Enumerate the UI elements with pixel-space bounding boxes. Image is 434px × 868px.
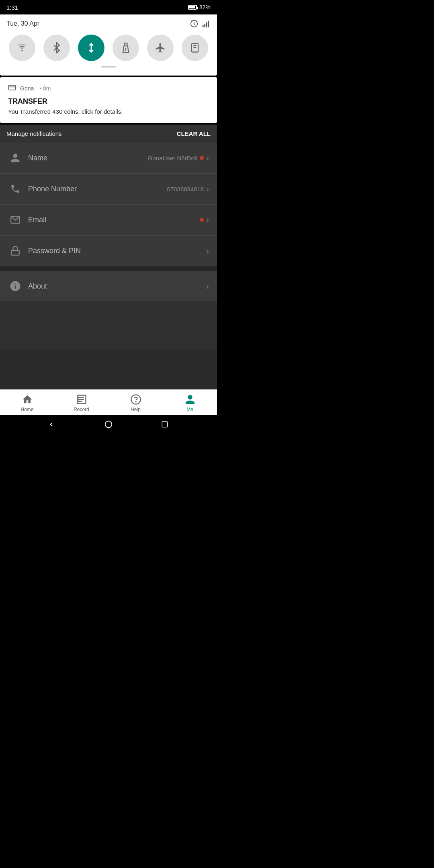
settings-item-password[interactable]: Password & PIN › [0,235,217,266]
name-label: Name [28,154,148,162]
wifi-icon [16,42,28,53]
bottom-nav: Home Record Help [0,389,217,415]
notif-header: Gona • 8m [8,84,209,93]
svg-rect-6 [208,21,209,27]
status-bar: 1:31 82% [0,0,217,14]
qs-date: Tue, 30 Apr [6,20,39,27]
about-label: About [28,282,206,291]
screen-icon [189,42,201,53]
notif-app-name: Gona [20,85,34,92]
nav-label-home: Home [20,407,33,412]
nav-item-me[interactable]: Me [163,394,217,412]
info-icon [8,279,23,293]
name-value: GonaUser N8rDc9 [148,155,204,162]
qs-status-icons [190,19,211,28]
about-section: About › [0,271,217,301]
password-chevron: › [206,246,209,256]
nav-label-help: Help [131,407,141,412]
name-red-dot [200,156,204,160]
qs-date-row: Tue, 30 Apr [6,19,211,28]
qs-tile-data[interactable] [78,35,104,61]
email-icon [8,213,23,227]
back-button[interactable] [47,420,57,429]
content-spacer [0,301,217,350]
email-red-dot [200,218,204,222]
nav-item-help[interactable]: Help [108,394,163,412]
phone-value: 07038684818 [167,186,204,192]
airplane-icon [155,42,166,53]
nav-label-record: Record [74,407,89,412]
manage-notifications-bar: Manage notifications CLEAR ALL [0,125,217,143]
data-transfer-icon [86,42,97,53]
help-nav-icon [130,394,141,405]
quick-settings-panel: Tue, 30 Apr [0,14,217,76]
qs-tile-airplane[interactable] [147,35,174,61]
email-chevron: › [206,215,209,225]
lock-icon [8,244,23,258]
password-label: Password & PIN [28,247,204,255]
me-nav-icon [184,394,196,405]
svg-rect-14 [9,85,16,90]
svg-rect-4 [204,24,205,27]
svg-rect-5 [206,22,207,27]
settings-item-name[interactable]: Name GonaUser N8rDc9 › [0,143,217,174]
qs-tile-wifi[interactable] [9,35,35,61]
email-value [200,218,204,222]
user-icon [8,151,23,165]
alarm-icon [190,19,199,28]
svg-point-7 [21,50,23,51]
name-chevron: › [206,154,209,163]
phone-icon [8,182,23,196]
notif-title: TRANSFER [8,97,209,106]
notif-time: • 8m [39,85,51,92]
svg-rect-17 [11,250,19,255]
bluetooth-icon [51,42,62,53]
section-gap [0,266,217,271]
svg-point-24 [78,401,79,402]
nav-item-record[interactable]: Record [54,394,108,412]
svg-rect-3 [203,25,204,27]
record-nav-icon [76,394,87,405]
qs-tile-screen[interactable] [182,35,208,61]
status-time: 1:31 [6,4,18,11]
qs-tile-bluetooth[interactable] [43,35,70,61]
notif-body: You Transferred 430 coins, click for det… [8,108,209,115]
nav-label-me: Me [186,407,193,412]
svg-rect-29 [162,422,168,427]
app-background: Name GonaUser N8rDc9 › Phone Number 0703… [0,143,217,389]
status-right: 82% [188,4,211,10]
flashlight-icon [120,42,131,53]
manage-notif-label: Manage notifications [6,130,62,137]
battery-icon [188,5,197,10]
qs-drag-handle [6,66,211,68]
settings-item-email[interactable]: Email › [0,205,217,235]
nav-item-home[interactable]: Home [0,394,54,412]
home-nav-icon [22,394,33,405]
android-nav-bar [0,415,217,434]
svg-rect-9 [125,43,127,46]
signal-icon [202,19,211,28]
email-label: Email [28,216,200,224]
phone-label: Phone Number [28,185,167,193]
battery-percent: 82% [199,4,211,10]
settings-item-about[interactable]: About › [0,271,217,301]
svg-marker-27 [50,422,55,426]
recents-button[interactable] [160,420,170,429]
svg-point-22 [78,397,79,398]
settings-item-phone[interactable]: Phone Number 07038684818 › [0,174,217,205]
svg-point-28 [105,421,112,428]
qs-tile-flashlight[interactable] [113,35,139,61]
notification-card[interactable]: Gona • 8m TRANSFER You Transferred 430 c… [0,77,217,123]
phone-chevron: › [206,184,209,194]
clear-all-button[interactable]: CLEAR ALL [177,130,211,137]
qs-tiles [6,35,211,61]
home-button[interactable] [104,420,113,429]
about-chevron: › [206,282,209,291]
svg-point-23 [78,399,79,400]
settings-list: Name GonaUser N8rDc9 › Phone Number 0703… [0,143,217,266]
notif-app-icon [8,84,16,93]
